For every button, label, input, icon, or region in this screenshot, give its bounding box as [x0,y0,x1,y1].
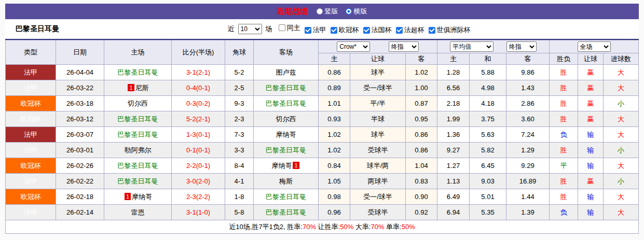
results-table: 类型 日期 主场 比分(半场) 角球 客场 Crow* 终指 平均值 终指 [5,40,639,234]
result-cell: 负 [550,127,578,143]
filter-checkbox-ligue1[interactable]: 法甲 [305,25,326,35]
filter-checkbox-ucl[interactable]: 欧冠杯 [331,25,359,35]
asian-final-select[interactable]: 终指 [389,41,419,52]
filter-checkbox-same-home[interactable]: 同主 [279,23,300,33]
radio-selected-icon[interactable] [346,8,352,15]
odds-company-select[interactable]: Crow* [337,41,370,52]
team-name[interactable]: 勒阿弗尔 [125,146,152,154]
corner-cell: 2-3 [225,111,254,127]
filter-checkbox-coupe-de-france[interactable]: 法国杯 [363,25,392,35]
team-name[interactable]: 摩纳哥 [132,193,152,201]
goals-result-cell: 小 [604,143,639,158]
asian-selects: Crow* 终指 [319,41,437,52]
away-team-cell: 图卢兹 [254,65,319,80]
team-name[interactable]: 巴黎圣日耳曼 [118,131,158,138]
checkbox-icon[interactable] [331,27,337,34]
header-select-row: 类型 日期 主场 比分(半场) 角球 客场 Crow* 终指 平均值 终指 [6,40,639,53]
asian-home-odds: 0.86 [319,65,350,80]
asian-home-odds: 0.89 [319,80,350,96]
asian-odds-group-header: Crow* 终指 [319,40,437,53]
checkbox-label: 法超杯 [404,25,424,35]
match-count-select[interactable]: 10 [238,24,262,34]
checkbox-icon[interactable] [396,27,403,34]
result-cell: 胜 [550,80,578,96]
euro-home-odds: 1.27 [437,158,470,174]
euro-home-odds: 6.56 [437,80,470,96]
asian-handicap: 受球半 [350,205,406,220]
result-cell: 胜 [550,65,578,80]
radio-label: 横版 [354,7,367,16]
away-team-cell: 巴黎圣日耳曼 [254,80,319,96]
team-name[interactable]: 梅斯 [279,177,293,185]
score-cell[interactable]: 3-1(1-0) [172,205,225,220]
score-cell[interactable]: 2-3(2-2) [172,189,225,205]
filter-checkbox-trophee-des-champions[interactable]: 法超杯 [396,25,424,35]
corner-cell: 5-2 [225,65,254,80]
euro-final-select[interactable]: 终指 [506,41,537,52]
score-cell[interactable]: 5-2(2-1) [172,111,225,127]
euro-draw-odds: 4.18 [470,96,506,111]
home-team-cell: 1尼斯 [104,80,172,96]
checkbox-icon[interactable] [279,24,285,31]
checkbox-icon[interactable] [429,27,435,34]
euro-away-odds: 9.86 [506,65,550,80]
score-cell[interactable]: 0-4(0-1) [172,80,225,96]
score-cell[interactable]: 0-1(0-1) [172,143,225,158]
asian-handicap: 球半 [350,127,406,143]
asian-home-odds: 0.98 [319,189,350,205]
asian-away-odds: 0.95 [406,111,437,127]
col-header-result: 胜负 [550,53,578,65]
date-cell: 26-03-01 [56,143,104,158]
filter-checkbox-club-world-cup[interactable]: 世俱洲际杯 [429,25,471,35]
red-card-badge: 1 [125,193,131,200]
layout-radio-horizontal[interactable]: 横版 [346,7,367,16]
team-name[interactable]: 巴黎圣日耳曼 [266,84,306,92]
team-name[interactable]: 摩纳哥 [276,131,296,138]
away-team-cell: 梅斯 [254,174,319,189]
result-group-header: 全场 [550,40,639,53]
team-name[interactable]: 切尔西 [276,115,296,123]
team-name[interactable]: 巴黎圣日耳曼 [118,162,158,170]
team-name[interactable]: 巴黎圣日耳曼 [118,177,158,185]
team-name[interactable]: 巴黎圣日耳曼 [266,193,306,201]
summary-segment: 50% [402,223,415,231]
goals-result-cell: 大 [604,189,639,205]
euro-draw-odds: 5.35 [470,205,506,220]
layout-radio-vertical[interactable]: 竖版 [317,7,338,16]
red-card-badge: 1 [128,84,134,91]
matches-label: 场 [266,24,272,34]
corner-cell: 2-5 [225,80,254,96]
team-name[interactable]: 巴黎圣日耳曼 [266,208,306,216]
team-name[interactable]: 巴黎圣日耳曼 [266,146,306,154]
score-cell[interactable]: 3-0(2-0) [172,174,225,189]
euro-company-select[interactable]: 平均值 [450,41,494,52]
checkbox-icon[interactable] [305,27,311,34]
match-row: 法甲26-03-07巴黎圣日耳曼1-3(0-1)7-3摩纳哥1.02球半0.86… [6,127,639,143]
goals-result-cell: 大 [604,205,639,220]
date-cell: 26-04-04 [56,65,104,80]
score-cell[interactable]: 1-3(0-1) [172,127,225,143]
score-cell[interactable]: 2-2(0-1) [172,158,225,174]
euro-home-odds: 1.99 [437,111,470,127]
team-name[interactable]: 尼斯 [135,84,149,92]
handicap-result-cell: 赢 [578,174,604,189]
score-cell[interactable]: 3-1(2-1) [172,65,225,80]
score-cell[interactable]: 0-3(0-2) [172,96,225,111]
goals-result-cell: 大 [604,80,639,96]
team-name[interactable]: 雷恩 [131,208,145,216]
col-header-goals: 进球数 [604,53,639,65]
league-cell: 欧冠杯 [6,189,56,205]
scope-select[interactable]: 全场 [578,41,611,52]
checkbox-icon[interactable] [363,27,370,34]
team-name[interactable]: 图卢兹 [276,68,296,76]
asian-home-odds: 0.93 [319,111,350,127]
team-name[interactable]: 切尔西 [128,100,148,107]
team-name[interactable]: 巴黎圣日耳曼 [118,68,158,76]
asian-away-odds: 1.02 [406,65,437,80]
league-cell: 欧冠杯 [6,111,56,127]
radio-unselected-icon[interactable] [317,8,323,15]
team-name[interactable]: 巴黎圣日耳曼 [266,100,306,107]
team-name[interactable]: 巴黎圣日耳曼 [118,115,158,123]
result-cell: 胜 [550,174,578,189]
team-name[interactable]: 摩纳哥 [271,162,292,170]
